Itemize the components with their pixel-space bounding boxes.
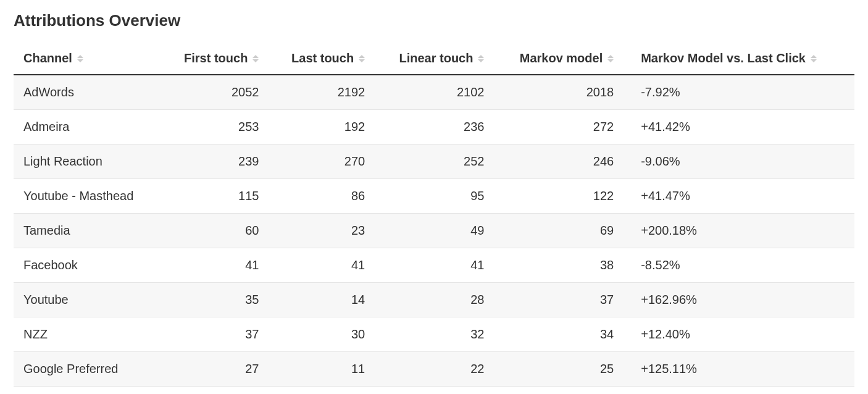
cell-linear-touch: 32 — [375, 317, 494, 352]
cell-last-touch: 270 — [269, 145, 375, 179]
cell-markov-vs-last: -8.52% — [624, 248, 854, 283]
cell-last-touch: 11 — [269, 352, 375, 387]
cell-channel: Youtube - Masthead — [14, 179, 161, 214]
table-row: Admeira253192236272+41.42% — [14, 110, 854, 145]
cell-markov-vs-last: +41.42% — [624, 110, 854, 145]
sort-icon[interactable] — [252, 55, 259, 62]
cell-channel: Youtube — [14, 283, 161, 317]
col-header-last-touch[interactable]: Last touch — [269, 44, 375, 75]
cell-first-touch: 239 — [161, 145, 269, 179]
cell-markov-model: 246 — [494, 145, 624, 179]
cell-channel: NZZ — [14, 317, 161, 352]
col-header-label: Last touch — [291, 51, 354, 65]
col-header-label: Markov model — [520, 51, 603, 65]
cell-markov-vs-last: -9.06% — [624, 145, 854, 179]
sort-icon[interactable] — [607, 55, 614, 62]
table-header-row: Channel First touch Last touch Linear to… — [14, 44, 854, 75]
cell-markov-model: 122 — [494, 179, 624, 214]
cell-first-touch: 253 — [161, 110, 269, 145]
sort-icon[interactable] — [478, 55, 484, 62]
cell-channel: Google Preferred — [14, 352, 161, 387]
col-header-label: Markov Model vs. Last Click — [641, 51, 806, 65]
cell-markov-model: 34 — [494, 317, 624, 352]
col-header-channel[interactable]: Channel — [14, 44, 161, 75]
table-row: Youtube - Masthead1158695122+41.47% — [14, 179, 854, 214]
cell-markov-model: 37 — [494, 283, 624, 317]
col-header-label: First touch — [184, 51, 248, 65]
cell-markov-vs-last: +41.47% — [624, 179, 854, 214]
col-header-markov-model[interactable]: Markov model — [494, 44, 624, 75]
cell-markov-vs-last: -7.92% — [624, 75, 854, 110]
cell-first-touch: 35 — [161, 283, 269, 317]
cell-first-touch: 115 — [161, 179, 269, 214]
table-row: Google Preferred27112225+125.11% — [14, 352, 854, 387]
table-row: Youtube35142837+162.96% — [14, 283, 854, 317]
cell-linear-touch: 22 — [375, 352, 494, 387]
cell-last-touch: 2192 — [269, 75, 375, 110]
cell-first-touch: 2052 — [161, 75, 269, 110]
cell-linear-touch: 28 — [375, 283, 494, 317]
cell-last-touch: 30 — [269, 317, 375, 352]
cell-markov-model: 38 — [494, 248, 624, 283]
cell-markov-model: 2018 — [494, 75, 624, 110]
cell-markov-model: 272 — [494, 110, 624, 145]
cell-last-touch: 14 — [269, 283, 375, 317]
col-header-linear-touch[interactable]: Linear touch — [375, 44, 494, 75]
cell-last-touch: 23 — [269, 214, 375, 248]
table-row: Facebook41414138-8.52% — [14, 248, 854, 283]
cell-first-touch: 37 — [161, 317, 269, 352]
col-header-label: Channel — [23, 51, 72, 65]
cell-linear-touch: 49 — [375, 214, 494, 248]
cell-channel: Tamedia — [14, 214, 161, 248]
table-row: AdWords2052219221022018-7.92% — [14, 75, 854, 110]
table-body: AdWords2052219221022018-7.92%Admeira2531… — [14, 75, 854, 387]
table-row: NZZ37303234+12.40% — [14, 317, 854, 352]
cell-linear-touch: 95 — [375, 179, 494, 214]
cell-channel: Admeira — [14, 110, 161, 145]
col-header-label: Linear touch — [399, 51, 473, 65]
page-title: Attributions Overview — [14, 11, 854, 30]
cell-first-touch: 60 — [161, 214, 269, 248]
cell-linear-touch: 236 — [375, 110, 494, 145]
cell-linear-touch: 41 — [375, 248, 494, 283]
sort-icon[interactable] — [359, 55, 365, 62]
cell-markov-vs-last: +125.11% — [624, 352, 854, 387]
cell-channel: Facebook — [14, 248, 161, 283]
cell-first-touch: 27 — [161, 352, 269, 387]
cell-channel: Light Reaction — [14, 145, 161, 179]
cell-linear-touch: 252 — [375, 145, 494, 179]
table-row: Tamedia60234969+200.18% — [14, 214, 854, 248]
table-row: Light Reaction239270252246-9.06% — [14, 145, 854, 179]
attributions-table: Channel First touch Last touch Linear to… — [14, 44, 854, 387]
cell-markov-vs-last: +200.18% — [624, 214, 854, 248]
cell-first-touch: 41 — [161, 248, 269, 283]
cell-last-touch: 41 — [269, 248, 375, 283]
cell-channel: AdWords — [14, 75, 161, 110]
sort-icon[interactable] — [811, 55, 817, 62]
col-header-first-touch[interactable]: First touch — [161, 44, 269, 75]
cell-markov-model: 69 — [494, 214, 624, 248]
col-header-markov-vs-last[interactable]: Markov Model vs. Last Click — [624, 44, 854, 75]
sort-icon[interactable] — [77, 55, 83, 62]
cell-linear-touch: 2102 — [375, 75, 494, 110]
cell-markov-model: 25 — [494, 352, 624, 387]
cell-last-touch: 86 — [269, 179, 375, 214]
cell-last-touch: 192 — [269, 110, 375, 145]
cell-markov-vs-last: +162.96% — [624, 283, 854, 317]
cell-markov-vs-last: +12.40% — [624, 317, 854, 352]
